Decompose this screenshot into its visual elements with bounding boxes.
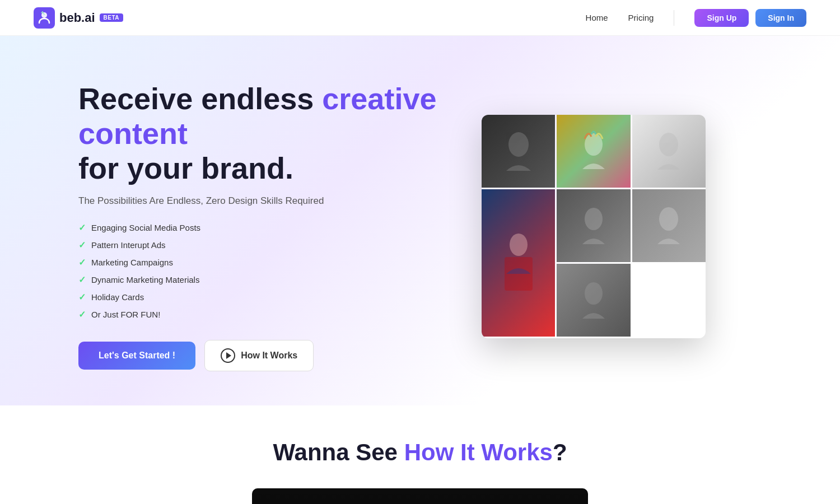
- feature-text-2: Pattern Interupt Ads: [91, 240, 166, 250]
- nav-links: Home Pricing Sign Up Sign In: [586, 9, 806, 27]
- feature-text-5: Holiday Cards: [91, 292, 144, 302]
- list-item: ✓ Pattern Interupt Ads: [78, 240, 459, 250]
- logo-icon: [34, 7, 55, 29]
- list-item: ✓ Holiday Cards: [78, 292, 459, 302]
- nav-pricing-link[interactable]: Pricing: [628, 13, 654, 22]
- hero-section: Receive endless creative content for you…: [0, 36, 840, 405]
- face-silhouette-1: [482, 115, 555, 188]
- nav-home-link[interactable]: Home: [586, 13, 608, 22]
- section-title-plain: Wanna See: [273, 439, 404, 465]
- list-item: ✓ Engaging Social Media Posts: [78, 222, 459, 233]
- signup-button[interactable]: Sign Up: [694, 9, 749, 27]
- svg-point-8: [659, 207, 678, 231]
- check-icon-1: ✓: [78, 222, 86, 233]
- svg-point-4: [659, 133, 678, 156]
- hero-image: JUST UPLOAD YOUR PHOTOSFOR AMAZING RESUL…: [482, 115, 706, 338]
- hero-title: Receive endless creative content for you…: [78, 81, 459, 185]
- face-silhouette-4: [482, 189, 555, 337]
- nav-actions: Sign Up Sign In: [694, 9, 806, 27]
- list-item: ✓ Dynamic Marketing Materials: [78, 274, 459, 285]
- hero-content: Receive endless creative content for you…: [78, 81, 459, 371]
- collage-cell-1: [482, 115, 555, 188]
- collage-cell-3: [632, 115, 706, 188]
- face-silhouette-6: [632, 189, 706, 262]
- hero-subtitle: The Possibilities Are Endless, Zero Desi…: [78, 195, 459, 207]
- navbar: beb.ai BETA Home Pricing Sign Up Sign In: [0, 0, 840, 36]
- collage-cell-2: [557, 115, 630, 188]
- svg-point-7: [585, 208, 603, 230]
- section-title-highlight: How It Works: [404, 439, 553, 465]
- check-icon-4: ✓: [78, 274, 86, 285]
- hero-title-end: for your brand.: [78, 151, 293, 185]
- feature-text-1: Engaging Social Media Posts: [91, 223, 200, 232]
- video-overlay: [252, 488, 588, 504]
- collage-cell-6: [632, 189, 706, 262]
- section-title: Wanna See How It Works?: [22, 439, 818, 466]
- collage-cell-7: [557, 264, 630, 337]
- how-it-works-label: How It Works: [241, 351, 297, 361]
- collage-cell-5: [557, 189, 630, 262]
- logo[interactable]: beb.ai BETA: [34, 7, 123, 29]
- svg-point-1: [41, 12, 47, 18]
- face-silhouette-7: [557, 264, 630, 337]
- play-triangle: [226, 352, 231, 359]
- feature-text-6: Or Just FOR FUN!: [91, 310, 160, 319]
- hero-buttons: Let's Get Started ! How It Works: [78, 340, 459, 371]
- logo-text: beb.ai: [59, 11, 95, 25]
- svg-point-9: [585, 282, 603, 305]
- features-list: ✓ Engaging Social Media Posts ✓ Pattern …: [78, 222, 459, 320]
- hero-title-plain: Receive endless: [78, 82, 322, 115]
- check-icon-2: ✓: [78, 240, 86, 250]
- list-item: ✓ Marketing Campaigns: [78, 257, 459, 268]
- feature-text-3: Marketing Campaigns: [91, 258, 173, 267]
- svg-point-3: [585, 133, 603, 156]
- list-item: ✓ Or Just FOR FUN!: [78, 309, 459, 320]
- svg-point-2: [508, 132, 529, 157]
- check-icon-6: ✓: [78, 309, 86, 320]
- feature-text-4: Dynamic Marketing Materials: [91, 275, 199, 284]
- beta-badge: BETA: [100, 13, 123, 22]
- face-silhouette-5: [557, 189, 630, 262]
- video-player[interactable]: [252, 488, 588, 504]
- get-started-button[interactable]: Let's Get Started !: [78, 342, 195, 370]
- face-silhouette-2: [557, 115, 630, 188]
- check-icon-5: ✓: [78, 292, 86, 302]
- collage-cell-4: [482, 189, 555, 337]
- nav-divider: [674, 10, 674, 26]
- signin-button[interactable]: Sign In: [755, 9, 806, 27]
- section-title-end: ?: [553, 439, 567, 465]
- image-collage: JUST UPLOAD YOUR PHOTOSFOR AMAZING RESUL…: [482, 115, 706, 338]
- bottom-section: Wanna See How It Works?: [0, 405, 840, 504]
- check-icon-3: ✓: [78, 257, 86, 268]
- play-icon: [221, 348, 235, 363]
- how-it-works-button[interactable]: How It Works: [204, 340, 314, 371]
- face-silhouette-3: [632, 115, 706, 188]
- svg-point-6: [510, 234, 528, 256]
